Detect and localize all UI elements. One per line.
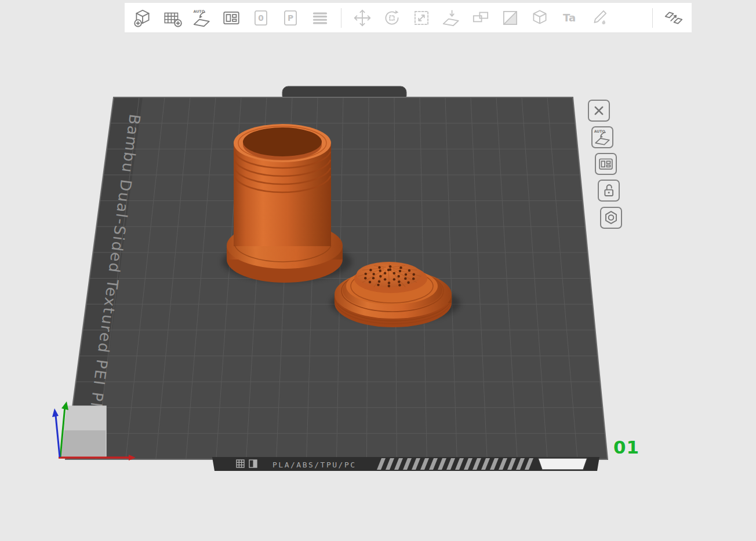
auto-orient-button[interactable]: AUTO xyxy=(191,7,213,29)
add-plate-icon xyxy=(162,8,183,28)
mesh-boolean-button[interactable] xyxy=(529,7,551,29)
material-label: PLA/ABS/TPU/PC xyxy=(272,460,357,469)
plate-notch xyxy=(538,458,587,470)
scale-icon xyxy=(411,8,432,28)
delete-all-objects-button[interactable] xyxy=(588,100,610,122)
layers-list-icon xyxy=(310,8,330,28)
arrange-icon xyxy=(596,154,616,174)
lock-plate-button[interactable] xyxy=(598,180,620,202)
color-painting-button[interactable] xyxy=(588,7,610,29)
color-painting-icon xyxy=(588,8,609,28)
split-to-objects-button[interactable] xyxy=(470,7,492,29)
auto-orient-icon: AUTO xyxy=(191,8,212,28)
move-icon xyxy=(352,8,373,28)
main-toolbar: AUTO 0 P xyxy=(125,3,692,33)
z-axis-arrow xyxy=(52,408,59,417)
flatten-icon xyxy=(441,8,461,28)
nut-settings-icon xyxy=(601,208,621,228)
split-to-objects-icon xyxy=(470,8,491,28)
plate-number: 01 xyxy=(613,437,639,458)
add-object-button[interactable] xyxy=(132,7,154,29)
y-axis-arrow xyxy=(61,401,68,410)
auto-orient-icon: AUTO xyxy=(593,127,612,147)
front-bar: PLA/ABS/TPU/PC xyxy=(212,457,599,471)
rotate-icon xyxy=(381,8,402,28)
arrange-plate-button[interactable] xyxy=(595,153,617,175)
doc-p-button[interactable]: P xyxy=(279,7,301,29)
z-axis xyxy=(56,415,60,457)
arrange-button[interactable] xyxy=(220,7,242,29)
add-object-icon xyxy=(132,8,153,28)
plate-settings-button[interactable] xyxy=(600,207,622,229)
doc-zero-button[interactable]: 0 xyxy=(250,7,272,29)
mesh-boolean-icon xyxy=(529,8,550,28)
split-to-parts-icon xyxy=(500,8,521,28)
svg-text:P: P xyxy=(288,13,293,23)
toolbar-separator xyxy=(341,8,341,28)
flatten-button[interactable] xyxy=(440,7,462,29)
split-to-parts-button[interactable] xyxy=(499,7,521,29)
doc-p-icon: P xyxy=(280,8,301,28)
add-plate-button[interactable] xyxy=(161,7,183,29)
wipe-area xyxy=(60,406,106,457)
toolbar-separator xyxy=(652,8,653,28)
move-button[interactable] xyxy=(351,7,373,29)
arrange-icon xyxy=(221,8,242,28)
layers-list-button[interactable] xyxy=(309,7,331,29)
auto-orient-plate-button[interactable]: AUTO xyxy=(591,126,613,148)
svg-text:0: 0 xyxy=(258,13,264,23)
assembly-view-icon xyxy=(663,8,684,28)
scale-button[interactable] xyxy=(410,7,432,29)
svg-text:Ta: Ta xyxy=(563,12,576,24)
rotate-button[interactable] xyxy=(381,7,403,29)
viewport-3d[interactable]: Bambu Dual-Sided Textured PEI Plate PLA/… xyxy=(0,0,756,541)
doc-zero-icon: 0 xyxy=(250,8,271,28)
close-icon xyxy=(589,101,609,120)
text-tool-button[interactable]: Ta xyxy=(558,7,580,29)
assembly-view-button[interactable] xyxy=(663,7,685,29)
unlock-icon xyxy=(599,181,619,200)
text-tool-icon: Ta xyxy=(559,8,580,28)
